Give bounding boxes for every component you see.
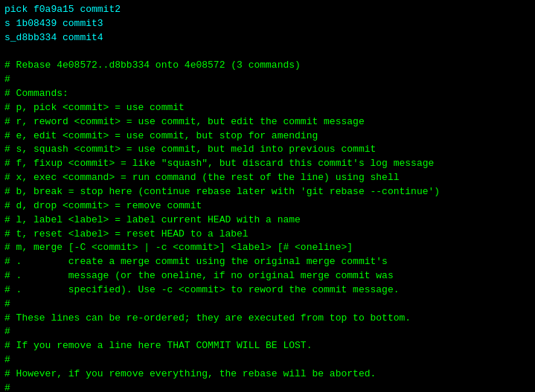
- line-4: [4, 45, 531, 60]
- line-16: # l, label <label> = label current HEAD …: [4, 213, 531, 228]
- line-15: # d, drop <commit> = remove commit: [4, 199, 531, 213]
- line-17: # t, reset <label> = reset HEAD to a lab…: [4, 228, 531, 242]
- line-19: # . create a merge commit using the orig…: [4, 255, 531, 269]
- line-21: # . specified). Use -c <commit> to rewor…: [4, 283, 531, 298]
- line-23: # These lines can be re-ordered; they ar…: [4, 312, 531, 326]
- line-22: #: [4, 298, 531, 312]
- line-8: # p, pick <commit> = use commit: [4, 101, 531, 115]
- line-12: # f, fixup <commit> = like "squash", but…: [4, 157, 531, 171]
- line-13: # x, exec <command> = run command (the r…: [4, 171, 531, 185]
- line-18: # m, merge [-C <commit> | -c <commit>] <…: [4, 241, 531, 255]
- line-10: # e, edit <commit> = use commit, but sto…: [4, 129, 531, 144]
- line-5: # Rebase 4e08572..d8bb334 onto 4e08572 (…: [4, 59, 531, 73]
- line-11: # s, squash <commit> = use commit, but m…: [4, 143, 531, 157]
- line-25: # If you remove a line here THAT COMMIT …: [4, 339, 531, 353]
- line-14: # b, break = stop here (continue rebase …: [4, 185, 531, 199]
- line-6: #: [4, 73, 531, 87]
- line-7: # Commands:: [4, 87, 531, 101]
- line-27: # However, if you remove everything, the…: [4, 367, 531, 382]
- line-20: # . message (or the oneline, if no origi…: [4, 269, 531, 283]
- line-24: #: [4, 325, 531, 339]
- line-2: s 1b08439 commit3: [4, 17, 531, 31]
- line-28: #: [4, 382, 531, 392]
- line-9: # r, reword <commit> = use commit, but e…: [4, 115, 531, 129]
- line-3: s_d8bb334 commit4: [4, 31, 531, 45]
- line-1: pick f0a9a15 commit2: [4, 3, 531, 17]
- terminal: pick f0a9a15 commit2 s 1b08439 commit3 s…: [0, 0, 535, 392]
- line-26: #: [4, 353, 531, 367]
